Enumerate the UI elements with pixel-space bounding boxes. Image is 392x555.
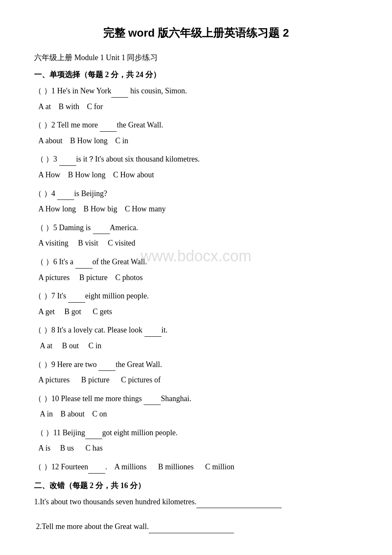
answer-11: A is B us C has xyxy=(34,442,358,455)
question-1: （ ）1 He's in New York his cousin, Simon. xyxy=(34,84,358,98)
answer-7: A get B got C gets xyxy=(34,305,358,318)
question-2: （ ）2 Tell me more the Great Wall. xyxy=(34,118,358,132)
question-7: （ ）7 It's eight million people. xyxy=(34,289,358,303)
question-6: （ ）6 It's a of the Great Wall. xyxy=(34,255,358,269)
answer-8: A at B out C in xyxy=(34,339,358,353)
question-5: （ ）5 Daming is America. xyxy=(34,221,358,234)
question-3: （ ）3 is it？It's about six thousand kilom… xyxy=(34,152,358,166)
subtitle: 六年级上册 Module 1 Unit 1 同步练习 xyxy=(34,52,358,63)
answer-6: A pictures B picture C photos xyxy=(34,271,358,284)
answer-9: A pictures B picture C pictures of xyxy=(34,373,358,387)
question-4: （ ）4 is Beijing? xyxy=(34,187,358,200)
question-11: （ ）11 Beijing got eight million people. xyxy=(34,426,358,439)
page-title: 完整 word 版六年级上册英语练习题 2 xyxy=(34,26,358,40)
answer-3: A How B How long C How about xyxy=(34,168,358,182)
question-8: （ ）8 It's a lovely cat. Please look it. xyxy=(34,323,358,337)
question-9: （ ）9 Here are two the Great Wall. xyxy=(34,358,358,371)
correction-2: 2.Tell me more about the Great wall. xyxy=(34,520,358,533)
questions-list: （ ）1 He's in New York his cousin, Simon.… xyxy=(34,84,358,474)
section2-title: 二、改错（每题 2 分，共 16 分） xyxy=(34,480,358,491)
answer-5: A visiting B visit C visited xyxy=(34,237,358,250)
question-12: （ ）12 Fourteen . A millions B milliones … xyxy=(34,460,358,474)
question-10: （ ）10 Please tell me more things Shangha… xyxy=(34,392,358,405)
correction-1: 1.It's about two thousands seven hundred… xyxy=(34,495,358,509)
answer-2: A about B How long C in xyxy=(34,134,358,147)
answer-4: A How long B How big C How many xyxy=(34,202,358,216)
answer-1: A at B with C for xyxy=(34,100,358,113)
section1-title: 一、单项选择（每题 2 分，共 24 分） xyxy=(34,69,358,80)
answer-10: A in B about C on xyxy=(34,408,358,421)
